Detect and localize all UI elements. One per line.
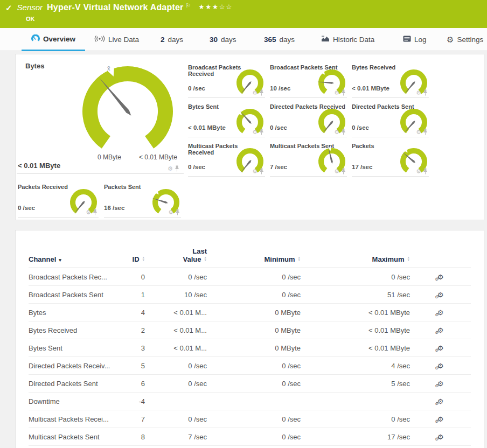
gear-icon[interactable]: ⚙ xyxy=(416,90,421,96)
gear-icon[interactable]: ⚙ xyxy=(334,169,339,174)
gear-icon[interactable]: ⚙ xyxy=(86,209,91,215)
minimum-value: 0 MByte xyxy=(207,309,301,317)
channel-quick-icons: ⚙ xyxy=(334,89,346,96)
channel-settings-gears-icon[interactable]: ⚙⚙ xyxy=(437,345,444,352)
pin-icon[interactable] xyxy=(341,168,346,174)
tab-settings[interactable]: ⚙ Settings xyxy=(447,28,483,51)
gauge-cell-directed-packets-sent[interactable]: Directed Packets Sent 0 /sec ⚙ xyxy=(352,102,429,137)
maximum-value: 0 /sec xyxy=(301,273,410,281)
tab-label: Overview xyxy=(43,35,75,43)
tab-number: 365 xyxy=(264,36,276,44)
sensor-status-text: OK xyxy=(26,16,35,22)
channel-name[interactable]: Bytes Received xyxy=(29,326,115,334)
sensor-header: ✓ Sensor Hyper-V Virtual Network Adapter… xyxy=(0,0,487,28)
channel-name[interactable]: Directed Packets Receiv... xyxy=(29,362,115,370)
channel-settings-gears-icon[interactable]: ⚙⚙ xyxy=(437,362,444,369)
primary-gauge[interactable] xyxy=(79,62,176,155)
channel-name[interactable]: Bytes xyxy=(29,309,115,317)
gauge-cell-multicast-packets-sent[interactable]: Multicast Packets Sent 7 /sec ⚙ xyxy=(270,141,347,177)
channel-id: 2 xyxy=(115,326,145,334)
gauge-value: 0 /sec xyxy=(270,124,287,131)
gear-icon[interactable]: ⚙ xyxy=(252,169,258,174)
area-chart-icon xyxy=(321,36,330,44)
gear-icon[interactable]: ⚙ xyxy=(168,209,173,215)
pin-icon[interactable] xyxy=(259,89,264,96)
last-value: < 0.01 M... xyxy=(145,344,207,352)
tab-live-data[interactable]: Live Data xyxy=(94,28,139,51)
last-value: 0 /sec xyxy=(145,415,207,423)
minimum-value: 0 /sec xyxy=(207,291,301,299)
gauge-cell-directed-packets-received[interactable]: Directed Packets Received 0 /sec ⚙ xyxy=(270,102,347,137)
tab-30-days[interactable]: 30 days xyxy=(210,28,236,51)
channel-settings-gears-icon[interactable]: ⚙⚙ xyxy=(437,398,444,405)
minimum-value: 0 /sec xyxy=(207,273,301,281)
channel-name[interactable]: Broadcast Packets Sent xyxy=(29,291,115,299)
gear-icon[interactable]: ⚙ xyxy=(252,90,258,96)
last-value: < 0.01 M... xyxy=(145,326,207,334)
column-header-id[interactable]: ID▲▼ xyxy=(115,255,145,263)
channel-quick-icons: ⚙ xyxy=(86,209,98,215)
pin-icon[interactable] xyxy=(93,209,98,215)
gear-icon[interactable]: ⚙ xyxy=(334,90,339,96)
channel-name[interactable]: Multicast Packets Recei... xyxy=(29,415,115,423)
pin-icon[interactable] xyxy=(175,209,180,215)
channel-name[interactable]: Downtime xyxy=(29,397,115,405)
column-header-minimum[interactable]: Minimum▲▼ xyxy=(207,255,301,263)
stars-empty: ☆☆ xyxy=(219,3,232,11)
rating-stars[interactable]: ★★★☆☆ xyxy=(198,3,233,11)
gauge-cell-broadcast-packets-received[interactable]: Broadcast Packets Received 0 /sec ⚙ xyxy=(188,62,265,98)
minimum-value: 0 /sec xyxy=(207,362,301,370)
sort-down-icon: ▼ xyxy=(204,259,207,262)
tab-2-days[interactable]: 2 days xyxy=(161,28,183,51)
channel-settings-gears-icon[interactable]: ⚙⚙ xyxy=(437,291,444,298)
column-header-last-value[interactable]: Last Value▲▼ xyxy=(145,247,207,263)
maximum-value: 17 /sec xyxy=(301,433,410,441)
gear-icon[interactable]: ⚙ xyxy=(416,129,421,135)
gauge-cell-bytes-sent[interactable]: Bytes Sent < 0.01 MByte ⚙ xyxy=(188,102,265,137)
channel-settings-gears-icon[interactable]: ⚙⚙ xyxy=(437,274,444,281)
gear-icon[interactable]: ⚙ xyxy=(168,166,173,172)
pin-icon[interactable] xyxy=(341,129,346,135)
gear-icon[interactable]: ⚙ xyxy=(334,129,339,135)
tab-365-days[interactable]: 365 days xyxy=(264,28,295,51)
gauge-cell-packets-received[interactable]: Packets Received 0 /sec ⚙ xyxy=(18,182,99,218)
channel-quick-icons: ⚙ xyxy=(334,168,346,174)
pin-icon[interactable] xyxy=(423,168,428,174)
channel-settings-gears-icon[interactable]: ⚙⚙ xyxy=(437,416,444,423)
pin-icon[interactable] xyxy=(423,129,428,135)
pin-icon[interactable] xyxy=(341,89,346,96)
channel-settings-gears-icon[interactable]: ⚙⚙ xyxy=(437,309,444,316)
gauge-value: 10 /sec xyxy=(270,85,290,92)
pin-icon[interactable] xyxy=(259,168,264,174)
channel-name[interactable]: Directed Packets Sent xyxy=(29,380,115,388)
gauge-cell-bytes-received[interactable]: Bytes Received < 0.01 MByte ⚙ xyxy=(352,62,429,98)
channel-settings-gears-icon[interactable]: ⚙⚙ xyxy=(437,327,444,334)
gauge-cell-packets-sent[interactable]: Packets Sent 16 /sec ⚙ xyxy=(104,182,181,218)
status-ok-check-icon: ✓ xyxy=(5,3,12,13)
tab-historic-data[interactable]: Historic Data xyxy=(321,28,374,51)
channel-settings-gears-icon[interactable]: ⚙⚙ xyxy=(437,380,444,387)
sort-down-icon: ▼ xyxy=(142,259,145,262)
gauge-cell-broadcast-packets-sent[interactable]: Broadcast Packets Sent 10 /sec ⚙ xyxy=(270,62,347,98)
last-value: 0 /sec xyxy=(145,362,207,370)
channel-name[interactable]: Broadcast Packets Rec... xyxy=(29,273,115,281)
tab-overview[interactable]: Overview xyxy=(22,28,85,51)
column-header-channel[interactable]: Channel ▾ xyxy=(29,255,115,263)
gauge-cell-packets[interactable]: Packets 17 /sec ⚙ xyxy=(352,141,429,177)
column-header-maximum[interactable]: Maximum▲▼ xyxy=(301,255,410,263)
channel-name[interactable]: Bytes Sent xyxy=(29,344,115,352)
tab-log[interactable]: Log xyxy=(403,28,427,51)
channel-settings-gears-icon[interactable]: ⚙⚙ xyxy=(437,433,444,440)
gear-icon[interactable]: ⚙ xyxy=(416,169,421,174)
flag-icon[interactable]: ⚐ xyxy=(185,2,191,9)
channel-name[interactable]: Multicast Packets Sent xyxy=(29,433,115,441)
table-row: Multicast Packets Recei... 7 0 /sec 0 /s… xyxy=(29,410,471,428)
channel-id: 4 xyxy=(115,309,145,317)
tab-bar: Overview Live Data 2 days 30 days 365 da… xyxy=(0,28,487,51)
pin-icon[interactable] xyxy=(175,165,179,172)
gauge-cell-multicast-packets-received[interactable]: Multicast Packets Received 0 /sec ⚙ xyxy=(188,141,265,177)
pin-icon[interactable] xyxy=(259,129,264,135)
pin-icon[interactable] xyxy=(423,89,428,96)
maximum-value: 0 /sec xyxy=(301,415,410,423)
gear-icon[interactable]: ⚙ xyxy=(252,129,258,135)
